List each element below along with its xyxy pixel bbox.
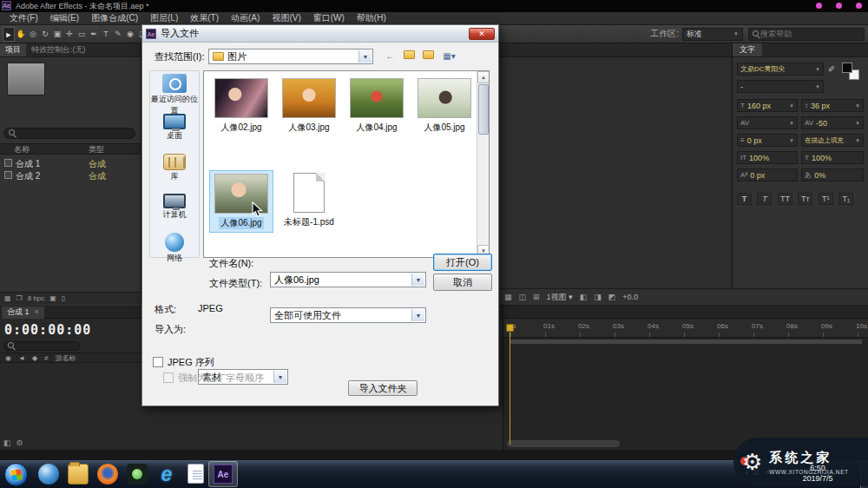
bpc-toggle[interactable]: 8 bpc xyxy=(28,294,45,302)
menu-file[interactable]: 文件(F) xyxy=(3,12,44,24)
taskbar-after-effects-active[interactable]: Ae xyxy=(208,461,238,487)
column-name[interactable]: 名称 xyxy=(14,144,30,155)
fill-color-swatch[interactable] xyxy=(842,63,852,73)
up-one-level-icon[interactable] xyxy=(401,49,418,63)
audio-toggle-icon[interactable]: ◄ xyxy=(18,354,25,362)
transfer-controls-icon[interactable]: ⚙ xyxy=(16,439,29,447)
tab-project[interactable]: 项目 xyxy=(0,43,26,56)
table-row[interactable]: 合成 1 合成 xyxy=(0,157,141,169)
timeline-icon[interactable]: ◩ xyxy=(608,293,616,301)
place-network[interactable]: 网络 xyxy=(150,233,199,270)
video-toggle-icon[interactable]: ◉ xyxy=(5,354,11,362)
current-timecode[interactable]: 0:00:00:00 xyxy=(4,322,91,338)
pan-behind-tool-icon[interactable]: ✛ xyxy=(63,27,76,42)
scrollbar-thumb[interactable] xyxy=(478,84,489,135)
menu-effect[interactable]: 效果(T) xyxy=(184,12,225,24)
exposure-value[interactable]: +0.0 xyxy=(622,293,638,301)
type-tool-icon[interactable]: T xyxy=(100,27,112,42)
window-button-maximize[interactable] xyxy=(836,3,842,9)
place-computer[interactable]: 计算机 xyxy=(150,194,199,231)
open-button[interactable]: 打开(O) xyxy=(433,254,492,271)
pixel-aspect-icon[interactable]: ◧ xyxy=(580,293,588,301)
view-menu-icon[interactable]: ▦▾ xyxy=(441,49,457,63)
baseline-shift-field[interactable]: Aª0 px xyxy=(737,168,798,181)
solo-toggle-icon[interactable]: ◆ xyxy=(32,354,37,362)
eyedropper-icon[interactable]: ✐ xyxy=(828,64,835,74)
workspace-dropdown[interactable]: 标准 ▼ xyxy=(682,28,743,41)
new-composition-icon[interactable]: ▣ xyxy=(49,294,56,302)
dialog-title-bar[interactable]: Ae 导入文件 ✕ xyxy=(142,25,498,43)
window-button-close[interactable] xyxy=(856,3,862,9)
work-area-bar[interactable] xyxy=(509,339,863,345)
menu-help[interactable]: 帮助(H) xyxy=(351,12,392,24)
expand-layers-icon[interactable]: ◧ xyxy=(3,439,16,447)
all-caps-icon[interactable]: TT xyxy=(778,193,792,205)
time-ruler[interactable]: 0s 01s 02s 03s 04s 05s 06s 07s 08s 09s 1… xyxy=(503,319,868,338)
camera-tool-icon[interactable]: ▣ xyxy=(51,27,63,42)
menu-animation[interactable]: 动画(A) xyxy=(225,12,266,24)
menu-edit[interactable]: 编辑(E) xyxy=(44,12,85,24)
pen-tool-icon[interactable]: ✒ xyxy=(88,27,100,42)
magnification-icon[interactable]: ▦ xyxy=(504,293,512,301)
file-item[interactable]: 人像02.jpg xyxy=(209,78,273,134)
file-type-dropdown[interactable]: 全部可使用文件 ▼ xyxy=(270,307,426,323)
mask-tool-icon[interactable]: ▭ xyxy=(76,27,88,42)
taskbar-browser-icon[interactable] xyxy=(38,464,59,485)
look-in-dropdown[interactable]: 图片 ▼ xyxy=(208,49,373,64)
hand-tool-icon[interactable]: ✋ xyxy=(15,27,27,42)
stroke-width-field[interactable]: ≡0 px▼ xyxy=(737,134,798,147)
menu-window[interactable]: 窗口(W) xyxy=(307,12,351,24)
kerning-field[interactable]: AV▼ xyxy=(737,116,798,129)
timeline-search-box[interactable] xyxy=(3,341,80,351)
file-name-input[interactable] xyxy=(274,274,404,285)
file-item[interactable]: 人像03.jpg xyxy=(277,78,341,134)
jpeg-sequence-option[interactable]: JPEG 序列 xyxy=(153,356,214,369)
faux-bold-icon[interactable]: T xyxy=(737,193,752,205)
interpret-footage-icon[interactable]: ▦ xyxy=(4,294,11,302)
menu-layer[interactable]: 图层(L) xyxy=(144,12,184,24)
tsume-field[interactable]: あ0% xyxy=(801,168,864,181)
column-type[interactable]: 类型 xyxy=(89,144,104,155)
superscript-icon[interactable]: T¹ xyxy=(819,193,833,205)
tracking-field[interactable]: AV-50▼ xyxy=(801,116,864,129)
help-search-input[interactable] xyxy=(760,30,856,38)
fast-preview-icon[interactable]: ◨ xyxy=(594,293,602,301)
back-icon[interactable]: ← xyxy=(382,49,398,63)
zoom-tool-icon[interactable]: ◎ xyxy=(27,27,39,42)
taskbar-firefox-icon[interactable] xyxy=(97,464,118,485)
file-list-scrollbar[interactable]: ▲ ▼ xyxy=(477,71,489,257)
place-recent[interactable]: 最近访问的位置 xyxy=(150,74,199,111)
clone-stamp-tool-icon[interactable]: ◉ xyxy=(124,27,136,42)
timeline-horizontal-scrollbar[interactable] xyxy=(507,440,620,447)
file-item[interactable]: 未标题-1.psd xyxy=(277,173,341,228)
tab-timeline-comp[interactable]: 合成 1× xyxy=(2,307,44,319)
leading-field[interactable]: ↕36 px▼ xyxy=(801,99,864,112)
brush-tool-icon[interactable]: ✎ xyxy=(112,27,124,42)
mask-visibility-icon[interactable]: ⊞ xyxy=(533,293,540,301)
subscript-icon[interactable]: T₁ xyxy=(838,193,853,205)
small-caps-icon[interactable]: Tт xyxy=(798,193,812,205)
delete-icon[interactable]: ▯ xyxy=(62,294,65,302)
horizontal-scale-field[interactable]: T100% xyxy=(801,151,864,164)
new-folder-icon[interactable]: ❒ xyxy=(16,294,23,302)
view-layout-dropdown[interactable]: 1视图 ▾ xyxy=(547,292,573,303)
playhead[interactable] xyxy=(506,324,514,332)
start-button[interactable] xyxy=(4,463,28,486)
table-row[interactable]: 合成 2 合成 xyxy=(0,169,141,181)
file-item-selected[interactable]: 人像06.jpg xyxy=(209,170,273,233)
safe-margins-icon[interactable]: ◫ xyxy=(519,293,527,301)
place-libraries[interactable]: 库 xyxy=(150,154,199,191)
dialog-close-button[interactable]: ✕ xyxy=(469,28,495,40)
file-item[interactable]: 人像04.jpg xyxy=(345,78,409,134)
taskbar-app-icon[interactable] xyxy=(127,464,148,485)
font-family-dropdown[interactable]: 文鼎DC黄阳尖▼ xyxy=(737,63,824,76)
new-folder-icon[interactable] xyxy=(420,49,437,63)
menu-view[interactable]: 视图(V) xyxy=(266,12,306,24)
taskbar-clock[interactable]: 6:50 2019/7/5 xyxy=(793,463,842,484)
jpeg-sequence-checkbox[interactable] xyxy=(153,357,163,367)
taskbar-ie-icon[interactable]: e xyxy=(156,464,177,485)
place-desktop[interactable]: 桌面 xyxy=(150,114,199,151)
tab-effect-controls[interactable]: 特效控制台:(无) xyxy=(26,43,91,56)
taskbar-notepad-icon[interactable] xyxy=(186,464,207,485)
rotate-tool-icon[interactable]: ↻ xyxy=(39,27,51,42)
